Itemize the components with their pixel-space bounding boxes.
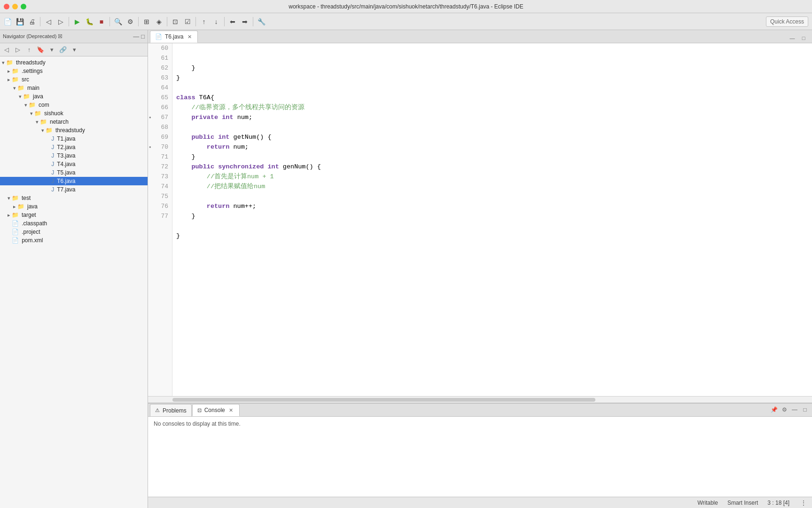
- forward-button[interactable]: ▷: [55, 16, 66, 27]
- code-line-67[interactable]: public int getNum() {: [176, 132, 808, 142]
- sidebar-item-classpath[interactable]: 📄.classpath: [0, 219, 148, 228]
- nav-menu[interactable]: ▾: [47, 45, 56, 55]
- code-line-70[interactable]: public synchronized int genNum() {: [176, 162, 808, 172]
- perspective-button[interactable]: ⊞: [141, 16, 152, 27]
- title-bar: workspace - threadstudy/src/main/java/co…: [0, 0, 812, 13]
- separator-5: [167, 17, 167, 26]
- nav-back[interactable]: ◁: [2, 45, 11, 55]
- sidebar-item-target[interactable]: ▸ 📁target: [0, 211, 148, 219]
- sidebar-item-project[interactable]: 📄.project: [0, 228, 148, 236]
- sidebar-item-T3java[interactable]: JT3.java: [0, 151, 148, 160]
- tab-problems[interactable]: ⚠ Problems: [150, 404, 192, 416]
- tab-close[interactable]: ✕: [186, 33, 193, 40]
- sidebar-item-sishuok[interactable]: ▾ 📁sishuok: [0, 109, 148, 118]
- new-button[interactable]: 📄: [2, 16, 13, 27]
- code-line-68[interactable]: return num;: [176, 142, 808, 152]
- debug-button[interactable]: 🐛: [84, 16, 95, 27]
- sidebar-item-T1java[interactable]: JT1.java: [0, 135, 148, 143]
- maximize-button[interactable]: [21, 4, 26, 9]
- quick-access-button[interactable]: Quick Access: [766, 16, 808, 27]
- status-smart-insert[interactable]: Smart Insert: [727, 500, 758, 506]
- sidebar-item-threadstudy[interactable]: ▾ 📁threadstudy: [0, 58, 148, 67]
- horizontal-scrollbar[interactable]: [148, 396, 812, 403]
- sidebar-minimize[interactable]: —: [133, 33, 139, 40]
- code-line-77[interactable]: }: [176, 231, 808, 241]
- nav-link[interactable]: 🔗: [58, 45, 68, 55]
- code-line-61[interactable]: }: [176, 73, 808, 83]
- separator-8: [253, 17, 253, 26]
- code-line-69[interactable]: }: [176, 152, 808, 162]
- sidebar-item-settings[interactable]: ▸ 📁.settings: [0, 67, 148, 75]
- code-line-72[interactable]: //把结果赋值给num: [176, 182, 808, 191]
- code-line-74[interactable]: return num++;: [176, 201, 808, 211]
- sidebar-item-netarch[interactable]: ▾ 📁netarch: [0, 118, 148, 126]
- print-button[interactable]: 🖨: [26, 16, 38, 27]
- status-writable[interactable]: Writable: [697, 500, 718, 506]
- minimize-button[interactable]: [12, 4, 18, 9]
- code-editor[interactable]: 606162636465666768697071727374757677 }} …: [148, 43, 812, 396]
- sidebar-item-pomxml[interactable]: 📄pom.xml: [0, 236, 148, 245]
- history-back[interactable]: ⬅: [227, 16, 238, 27]
- sidebar-item-main[interactable]: ▾ 📁main: [0, 84, 148, 92]
- view-button[interactable]: ◈: [153, 16, 164, 27]
- nav-up[interactable]: ↑: [24, 45, 34, 55]
- code-line-60[interactable]: }: [176, 63, 808, 73]
- tasks-button[interactable]: ☑: [182, 16, 193, 27]
- separator-2: [69, 17, 69, 26]
- history-forward[interactable]: ➡: [239, 16, 250, 27]
- sidebar-nav: ◁ ▷ ↑ 🔖 ▾ 🔗 ▾: [0, 43, 148, 56]
- console-minimize[interactable]: —: [790, 405, 799, 414]
- external-tools[interactable]: 🔧: [256, 16, 267, 27]
- code-line-65[interactable]: private int num;: [176, 112, 808, 122]
- sidebar-item-T6java[interactable]: JT6.java: [0, 177, 148, 185]
- run-button[interactable]: ▶: [71, 16, 83, 27]
- code-content[interactable]: }} class T6A{ //临界资源，多个线程共享访问的资源 private…: [172, 43, 812, 396]
- sidebar-item-java[interactable]: ▾ 📁java: [0, 92, 148, 101]
- status-more[interactable]: ⋮: [801, 500, 806, 506]
- sidebar-maximize[interactable]: □: [141, 33, 145, 40]
- code-line-66[interactable]: [176, 122, 808, 132]
- code-line-73[interactable]: [176, 191, 808, 201]
- console-button[interactable]: ⊡: [170, 16, 181, 27]
- nav-bookmark[interactable]: 🔖: [36, 45, 45, 55]
- tab-t6java[interactable]: 📄 T6.java ✕: [150, 31, 198, 43]
- code-line-64[interactable]: //临界资源，多个线程共享访问的资源: [176, 103, 808, 112]
- code-line-62[interactable]: [176, 83, 808, 93]
- search-button[interactable]: 🔍: [112, 16, 124, 27]
- sidebar-item-src[interactable]: ▸ 📁src: [0, 75, 148, 84]
- close-button[interactable]: [4, 4, 9, 9]
- separator-3: [109, 17, 110, 26]
- prev-annotation[interactable]: ↑: [198, 16, 210, 27]
- line-num-75: 75: [148, 191, 172, 201]
- sidebar-item-java2[interactable]: ▸ 📁java: [0, 202, 148, 211]
- console-tab-close[interactable]: ✕: [228, 407, 234, 413]
- sidebar-item-T2java[interactable]: JT2.java: [0, 143, 148, 151]
- line-num-77: 77: [148, 211, 172, 221]
- next-annotation[interactable]: ↓: [211, 16, 222, 27]
- status-position[interactable]: 3 : 18 [4]: [767, 500, 789, 506]
- code-line-71[interactable]: //首先是计算num + 1: [176, 172, 808, 182]
- code-line-76[interactable]: [176, 221, 808, 231]
- console-pin[interactable]: 📌: [770, 405, 778, 414]
- console-settings[interactable]: ⚙: [780, 405, 789, 414]
- console-maximize[interactable]: □: [801, 405, 809, 414]
- back-button[interactable]: ◁: [43, 16, 54, 27]
- sidebar-item-T4java[interactable]: JT4.java: [0, 160, 148, 168]
- nav-collapse[interactable]: ▾: [70, 45, 79, 55]
- refactor-button[interactable]: ⚙: [125, 16, 136, 27]
- code-line-63[interactable]: class T6A{: [176, 93, 808, 103]
- code-line-75[interactable]: }: [176, 211, 808, 221]
- save-button[interactable]: 💾: [14, 16, 25, 27]
- sidebar-item-threadstudy2[interactable]: ▾ 📁threadstudy: [0, 126, 148, 135]
- scroll-thumb-h[interactable]: [172, 398, 595, 402]
- sidebar-item-com[interactable]: ▾ 📁com: [0, 101, 148, 109]
- sidebar-item-T7java[interactable]: JT7.java: [0, 185, 148, 194]
- sidebar-item-T5java[interactable]: JT5.java: [0, 168, 148, 177]
- tab-console[interactable]: ⊡ Console ✕: [192, 404, 240, 416]
- sidebar-item-test[interactable]: ▾ 📁test: [0, 194, 148, 202]
- editor-maximize[interactable]: □: [799, 33, 808, 43]
- editor-minimize[interactable]: —: [788, 33, 797, 43]
- toolbar: 📄 💾 🖨 ◁ ▷ ▶ 🐛 ■ 🔍 ⚙ ⊞ ◈ ⊡ ☑ ↑ ↓ ⬅ ➡ 🔧 Qu…: [0, 13, 812, 30]
- nav-forward[interactable]: ▷: [13, 45, 23, 55]
- stop-button[interactable]: ■: [96, 16, 107, 27]
